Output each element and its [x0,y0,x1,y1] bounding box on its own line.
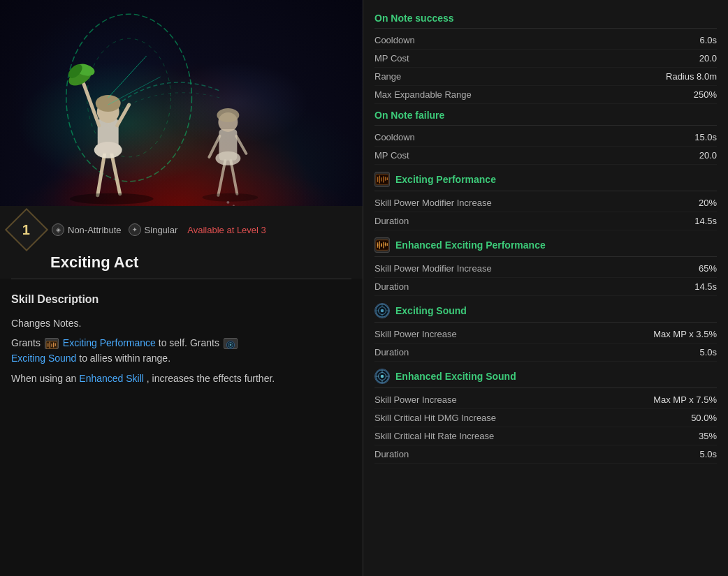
stat-value: 14.5s [694,216,717,226]
on-note-failure-stats: Cooldown 15.0s MP Cost 20.0 [374,128,717,165]
stat-label: Skill Power Increase [374,394,457,405]
desc-increases: , increases the effects further. [147,373,275,384]
svg-rect-2 [0,0,363,205]
description-title: Skill Description [11,290,351,309]
skill-meta: 1 ◈ Non-Attribute ✦ Singular Available a… [0,206,363,251]
stat-value: 15.0s [694,132,717,142]
non-attribute-icon: ◈ [52,223,64,236]
stat-label: Duration [374,281,409,292]
stat-value: 20.0 [699,150,717,161]
skill-image [0,0,363,206]
enhanced-exciting-performance-stats: Skill Power Modifier Increase 65% Durati… [374,260,717,296]
stat-row: Skill Critical Hit DMG Increase 50.0% [374,409,717,427]
singular-badge: ✦ Singular [129,223,178,236]
exciting-performance-label: Exciting Performance [395,174,496,185]
svg-point-59 [381,309,384,313]
enhanced-exciting-sound-stats: Skill Power Increase Max MP x 7.5% Skill… [374,391,717,464]
exciting-sound-link[interactable]: Exciting Sound [11,353,76,364]
on-note-failure-header: On Note failure [374,104,717,126]
svg-point-66 [381,375,384,378]
enhanced-skill-link[interactable]: Enhanced Skill [79,373,144,384]
svg-point-56 [385,244,386,245]
svg-rect-21 [219,129,237,161]
desc-changes-notes: Changes Notes. [11,318,81,329]
right-panel[interactable]: On Note success Cooldown 6.0s MP Cost 20… [363,0,728,576]
exciting-sound-stats: Skill Power Increase Max MP x 3.5% Durat… [374,325,717,362]
exciting-performance-header: Exciting Performance [374,165,717,191]
stat-label: Cooldown [374,132,415,142]
stat-value: 14.5s [694,281,717,292]
on-note-success-stats: Cooldown 6.0s MP Cost 20.0 Range Radius … [374,31,717,104]
svg-point-39 [229,344,231,346]
exciting-perf-icon [45,338,59,349]
desc-to-self: to self. Grants [159,337,222,348]
stat-value: 6.0s [699,35,717,45]
exciting-sound-header: Exciting Sound [374,296,717,323]
enhanced-exciting-performance-header: Enhanced Exciting Performance [374,230,717,257]
stat-row: Duration 5.0s [374,344,717,362]
skill-level-badge: 1 [5,208,48,251]
stat-value: 20% [699,198,717,208]
stat-row: MP Cost 20.0 [374,147,717,165]
stat-label: Skill Critical Hit DMG Increase [374,413,496,423]
exciting-performance-icon [374,172,390,187]
desc-to-allies: to allies within range. [79,353,170,364]
enhanced-exciting-performance-label: Enhanced Exciting Performance [395,239,546,251]
stat-value: Radius 8.0m [666,71,717,82]
stat-value: 35% [699,431,717,441]
exciting-sound-icon [374,303,390,318]
non-attribute-badge: ◈ Non-Attribute [52,223,122,236]
stat-label: Skill Power Increase [374,329,457,339]
desc-line-3: When using an Enhanced Skill , increases… [11,371,351,386]
stat-row: Duration 14.5s [374,212,717,230]
stat-label: Skill Power Modifier Increase [374,198,492,208]
skill-description: Skill Description Changes Notes. Grants … [0,279,363,576]
stat-row: Duration 14.5s [374,278,717,296]
stat-row: Duration 5.0s [374,445,717,464]
stat-label: Duration [374,449,409,459]
stat-row: Skill Power Increase Max MP x 3.5% [374,325,717,344]
stat-label: Skill Power Modifier Increase [374,263,492,274]
enhanced-exciting-sound-icon [374,369,390,384]
svg-point-30 [202,193,258,202]
stat-row: Skill Power Modifier Increase 20% [374,194,717,212]
stat-value: 50.0% [691,413,717,423]
svg-point-25 [217,108,239,122]
stat-value: Max MP x 3.5% [653,329,717,339]
svg-rect-8 [98,119,119,154]
exciting-sound-label: Exciting Sound [395,305,467,316]
stat-row: Cooldown 15.0s [374,128,717,147]
stat-label: Range [374,71,401,82]
stat-value: 5.0s [699,449,717,459]
stat-label: Duration [374,347,409,357]
enhanced-exciting-sound-label: Enhanced Exciting Sound [395,371,516,382]
desc-line-2: Grants Exciting Performance to self. Gra… [11,335,351,367]
stat-value: 20.0 [699,53,717,64]
stat-label: MP Cost [374,150,409,161]
stat-row: Skill Power Increase Max MP x 7.5% [374,391,717,409]
stat-row: Cooldown 6.0s [374,31,717,50]
enhanced-exciting-sound-header: Enhanced Exciting Sound [374,362,717,388]
left-panel: 1 ◈ Non-Attribute ✦ Singular Available a… [0,0,363,576]
stat-value: Max MP x 7.5% [653,394,717,405]
exciting-sound-icon [224,338,238,349]
stat-value: 5.0s [699,347,717,357]
non-attribute-label: Non-Attribute [68,225,122,235]
stat-label: Duration [374,216,409,226]
desc-line-1: Changes Notes. [11,316,351,331]
exciting-performance-link[interactable]: Exciting Performance [63,337,156,348]
stat-row: Range Radius 8.0m [374,68,717,86]
stat-row: Max Expandable Range 250% [374,86,717,104]
stat-label: Cooldown [374,35,415,45]
stat-value: 250% [694,89,717,100]
enhanced-exciting-performance-icon [374,237,390,253]
stat-label: Max Expandable Range [374,89,472,100]
on-note-success-header: On Note success [374,7,717,29]
stat-value: 65% [699,263,717,274]
singular-icon: ✦ [129,223,141,236]
skill-badges: ◈ Non-Attribute ✦ Singular Available at … [52,223,266,236]
stat-label: Skill Critical Hit Rate Increase [374,431,494,441]
skill-name: Exciting Act [0,251,363,279]
desc-when-using: When using an [11,373,79,384]
available-text: Available at Level 3 [187,225,266,235]
